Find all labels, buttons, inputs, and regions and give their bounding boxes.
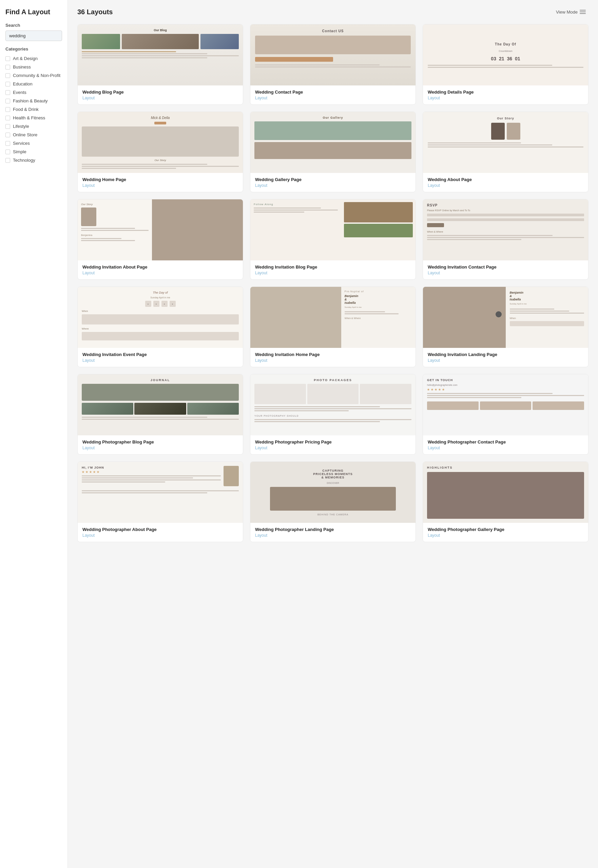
category-label-online-store: Online Store — [13, 132, 37, 137]
layout-thumbnail-3: The Day Of Countdown 03 21 36 01 — [423, 24, 588, 85]
layout-card-6[interactable]: Our Story Wedding About PageLayout — [423, 112, 589, 192]
category-label-art-design: Art & Design — [13, 56, 37, 61]
main-content: 36 Layouts View Mode Our Blog Wedding Bl… — [68, 0, 598, 868]
layout-card-13[interactable]: JOURNAL Wedding Photographer Blog PageLa… — [77, 374, 243, 455]
category-label-food-drink: Food & Drink — [13, 107, 39, 112]
layout-card-14[interactable]: PHOTO PACKAGES YOUR PHOTOGRAPHY SHOULD W… — [250, 374, 416, 455]
category-label-business: Business — [13, 64, 31, 70]
search-label: Search — [5, 23, 62, 28]
layout-card-12[interactable]: Benjamin&Isabella Sunday April in me Whe… — [423, 286, 589, 367]
layout-thumbnail-9: RSVP Please RSVP Online by March and To … — [423, 199, 588, 260]
card-tag-17: Layout — [255, 533, 411, 538]
category-label-health-fitness: Health & Fitness — [13, 115, 45, 120]
card-title-11: Wedding Invitation Home Page — [255, 352, 411, 357]
sidebar-item-health-fitness[interactable]: Health & Fitness — [5, 113, 62, 122]
layout-grid: Our Blog Wedding Blog PageLayout Contact… — [77, 24, 589, 542]
sidebar-item-education[interactable]: Education — [5, 80, 62, 88]
card-info-9: Wedding Invitation Contact PageLayout — [423, 260, 588, 279]
card-title-4: Wedding Home Page — [82, 177, 238, 182]
sidebar-item-business[interactable]: Business — [5, 63, 62, 71]
category-checkbox-events — [5, 90, 10, 95]
sidebar-item-online-store[interactable]: Online Store — [5, 131, 62, 139]
category-label-fashion-beauty: Fashion & Beauty — [13, 98, 48, 103]
card-tag-1: Layout — [82, 95, 238, 100]
card-tag-6: Layout — [428, 183, 583, 188]
category-label-lifestyle: Lifestyle — [13, 124, 29, 129]
card-info-17: Wedding Photographer Landing PageLayout — [250, 523, 416, 542]
category-checkbox-online-store — [5, 133, 10, 137]
category-checkbox-lifestyle — [5, 124, 10, 129]
layout-thumbnail-6: Our Story — [423, 112, 588, 173]
layout-card-1[interactable]: Our Blog Wedding Blog PageLayout — [77, 24, 243, 105]
sidebar-item-technology[interactable]: Technology — [5, 156, 62, 164]
layout-card-3[interactable]: The Day Of Countdown 03 21 36 01 Wedding… — [423, 24, 589, 105]
category-checkbox-business — [5, 65, 10, 70]
layout-card-11[interactable]: Pre-Nuptial of Benjamin&Isabella Sunday … — [250, 286, 416, 367]
layout-card-16[interactable]: HI, I'M JOHN Wedding Photographer About … — [77, 461, 243, 542]
search-input[interactable] — [5, 30, 62, 41]
card-info-11: Wedding Invitation Home PageLayout — [250, 348, 416, 367]
card-info-7: Wedding Invitation About PageLayout — [78, 260, 243, 279]
sidebar-title: Find A Layout — [5, 8, 62, 16]
layout-card-17[interactable]: CAPTURINGPRICELESS MOMENTS& MEMORIES DIS… — [250, 461, 416, 542]
sidebar-item-fashion-beauty[interactable]: Fashion & Beauty — [5, 97, 62, 105]
card-info-12: Wedding Invitation Landing PageLayout — [423, 348, 588, 367]
layout-card-9[interactable]: RSVP Please RSVP Online by March and To … — [423, 199, 589, 280]
layout-thumbnail-10: The Day of Sunday April in me ▪ ▪ ▪ ▪ Wh… — [78, 287, 243, 348]
layout-thumbnail-12: Benjamin&Isabella Sunday April in me Whe… — [423, 287, 588, 348]
sidebar-item-art-design[interactable]: Art & Design — [5, 54, 62, 63]
card-title-6: Wedding About Page — [428, 177, 583, 182]
card-info-3: Wedding Details PageLayout — [423, 85, 588, 104]
layout-thumbnail-13: JOURNAL — [78, 374, 243, 435]
category-checkbox-art-design — [5, 56, 10, 61]
card-title-2: Wedding Contact Page — [255, 89, 411, 95]
category-label-technology: Technology — [13, 158, 35, 163]
layout-thumbnail-11: Pre-Nuptial of Benjamin&Isabella Sunday … — [250, 287, 416, 348]
layout-card-10[interactable]: The Day of Sunday April in me ▪ ▪ ▪ ▪ Wh… — [77, 286, 243, 367]
card-title-3: Wedding Details Page — [428, 89, 583, 95]
category-label-events: Events — [13, 90, 27, 95]
sidebar-item-events[interactable]: Events — [5, 88, 62, 97]
layout-card-4[interactable]: Mick & Della Our Story Wedding Home Page… — [77, 112, 243, 192]
layout-card-5[interactable]: Our Gallery Wedding Gallery PageLayout — [250, 112, 416, 192]
layout-thumbnail-7: Our Story Benjamina — [78, 199, 243, 260]
layout-thumbnail-8: Follow Along — [250, 199, 416, 260]
layout-thumbnail-16: HI, I'M JOHN — [78, 462, 243, 523]
category-checkbox-community-non-profit — [5, 73, 10, 78]
sidebar-item-simple[interactable]: Simple — [5, 148, 62, 156]
card-title-8: Wedding Invitation Blog Page — [255, 264, 411, 270]
card-tag-15: Layout — [428, 446, 583, 450]
card-info-8: Wedding Invitation Blog PageLayout — [250, 260, 416, 279]
card-info-6: Wedding About PageLayout — [423, 173, 588, 192]
layout-card-8[interactable]: Follow Along Wedding Invitation Blog Pag… — [250, 199, 416, 280]
sidebar: Find A Layout Search Categories Art & De… — [0, 0, 68, 868]
main-header: 36 Layouts View Mode — [77, 8, 589, 16]
card-info-18: Wedding Photographer Gallery PageLayout — [423, 523, 588, 542]
category-checkbox-fashion-beauty — [5, 98, 10, 103]
layout-card-2[interactable]: Contact US Wedding Contact PageLayout — [250, 24, 416, 105]
card-info-15: Wedding Photographer Contact PageLayout — [423, 435, 588, 454]
card-title-7: Wedding Invitation About Page — [82, 264, 238, 270]
card-tag-9: Layout — [428, 271, 583, 275]
card-info-10: Wedding Invitation Event PageLayout — [78, 348, 243, 367]
category-list: Art & DesignBusinessCommunity & Non-Prof… — [5, 54, 62, 164]
card-tag-8: Layout — [255, 271, 411, 275]
sidebar-item-community-non-profit[interactable]: Community & Non-Profit — [5, 71, 62, 80]
card-info-4: Wedding Home PageLayout — [78, 173, 243, 192]
card-tag-13: Layout — [82, 446, 238, 450]
sidebar-item-food-drink[interactable]: Food & Drink — [5, 105, 62, 113]
layout-card-18[interactable]: HIGHLIGHTS Wedding Photographer Gallery … — [423, 461, 589, 542]
categories-label: Categories — [5, 46, 62, 52]
category-checkbox-health-fitness — [5, 116, 10, 120]
view-mode-button[interactable]: View Mode — [553, 8, 589, 16]
sidebar-item-services[interactable]: Services — [5, 139, 62, 148]
layout-card-7[interactable]: Our Story Benjamina Wedding Invitation A… — [77, 199, 243, 280]
layout-thumbnail-17: CAPTURINGPRICELESS MOMENTS& MEMORIES DIS… — [250, 462, 416, 523]
layout-thumbnail-5: Our Gallery — [250, 112, 416, 173]
card-title-5: Wedding Gallery Page — [255, 177, 411, 182]
card-tag-5: Layout — [255, 183, 411, 188]
card-title-10: Wedding Invitation Event Page — [82, 352, 238, 357]
layout-card-15[interactable]: GET IN TOUCH hello@photographersite.com … — [423, 374, 589, 455]
sidebar-item-lifestyle[interactable]: Lifestyle — [5, 122, 62, 131]
card-tag-10: Layout — [82, 358, 238, 363]
